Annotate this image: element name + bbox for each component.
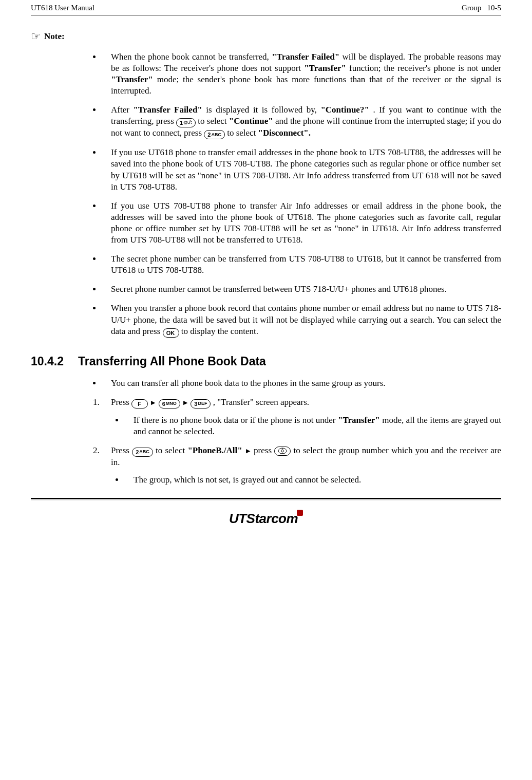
triangle-icon: ▶ bbox=[246, 447, 250, 454]
step-1-sub: If there is no phone book data or if the… bbox=[124, 415, 501, 437]
section-body: You can transfer all phone book data to … bbox=[31, 378, 501, 486]
triangle-icon: ▶ bbox=[151, 399, 155, 406]
bullet-6: Secret phone number cannot be transferre… bbox=[102, 284, 501, 295]
bullet-3: If you use UT618 phone to transfer email… bbox=[102, 147, 501, 192]
section-number: 10.4.2 bbox=[31, 354, 64, 369]
bullet-2: After "Transfer Failed" is displayed it … bbox=[102, 104, 501, 139]
header-right: Group 10-5 bbox=[462, 3, 501, 13]
nav-key-icon bbox=[274, 447, 291, 456]
key-1-icon: 1@./: bbox=[176, 118, 196, 127]
key-6-icon: 6MNO bbox=[159, 399, 180, 408]
step-2: Press 2ABC to select "PhoneB./All" ▶ pre… bbox=[102, 445, 501, 486]
bullet-7: When you transfer a phone book record th… bbox=[102, 303, 501, 337]
key-ok-icon: OK bbox=[163, 328, 179, 338]
step-2-sub: The group, which is not set, is grayed o… bbox=[124, 474, 501, 486]
key-f-icon: F bbox=[131, 399, 148, 408]
step-1: Press F ▶ 6MNO ▶ 3DEF , "Transfer" scree… bbox=[102, 397, 501, 437]
header-left: UT618 User Manual bbox=[31, 3, 94, 13]
key-3-icon: 3DEF bbox=[191, 399, 211, 408]
bullet-5: The secret phone number can be transferr… bbox=[102, 253, 501, 276]
note-label: ☞ Note: bbox=[31, 31, 501, 42]
footer-logo: UTStarcom bbox=[31, 510, 501, 528]
footer-rule bbox=[31, 498, 501, 500]
bullet-4: If you use UTS 708-UT88 phone to transfe… bbox=[102, 200, 501, 246]
svg-point-1 bbox=[281, 450, 283, 452]
section-heading: 10.4.2 Transferring All Phone Book Data bbox=[31, 354, 501, 369]
key-2-icon: 2ABC bbox=[132, 448, 153, 457]
logo-dot-icon bbox=[297, 510, 303, 516]
pointing-hand-icon: ☞ bbox=[31, 31, 41, 42]
bullet-1: When the phone book cannot be transferre… bbox=[102, 51, 501, 97]
triangle-icon: ▶ bbox=[183, 399, 187, 406]
key-2-icon: 2ABC bbox=[204, 130, 225, 139]
note-body: When the phone book cannot be transferre… bbox=[31, 51, 501, 338]
header-rule bbox=[31, 15, 501, 15]
section-title: Transferring All Phone Book Data bbox=[78, 354, 266, 369]
page-header: UT618 User Manual Group 10-5 bbox=[31, 3, 501, 14]
section-bullet: You can transfer all phone book data to … bbox=[102, 378, 501, 389]
